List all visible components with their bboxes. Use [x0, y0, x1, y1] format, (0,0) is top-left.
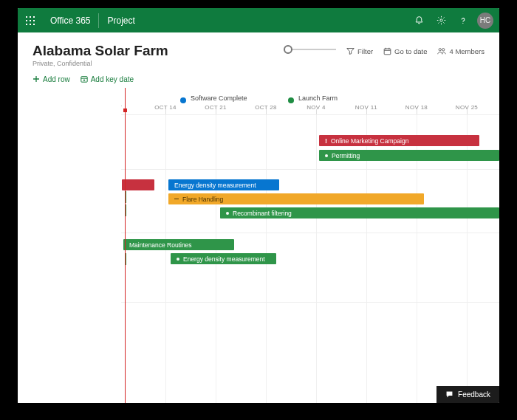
plus-icon [32, 75, 40, 83]
project-subtitle: Private, Confidential [32, 60, 168, 67]
help-icon[interactable] [452, 8, 474, 32]
task-label: Maintenance Routines [129, 241, 192, 249]
svg-rect-7 [30, 24, 31, 25]
timeline-tick: NOV 25 [456, 104, 478, 111]
task-bar[interactable]: !Online Marketing Campaign [319, 135, 479, 146]
app-window: Office 365 Project HC Alabama Solar Farm… [18, 8, 499, 403]
title-row: Alabama Solar Farm Private, Confidential… [18, 32, 499, 70]
members-button[interactable]: 4 Members [437, 47, 485, 55]
task-label: Energy density measurement [183, 255, 265, 263]
svg-rect-11 [384, 49, 391, 55]
svg-point-9 [439, 19, 442, 21]
action-row: Add row Add key date [18, 70, 499, 88]
user-avatar[interactable]: HC [477, 13, 493, 29]
feedback-button[interactable]: Feedback [436, 386, 499, 403]
timeline-tick: NOV 11 [355, 104, 377, 111]
timeline-tick: NOV 4 [307, 104, 326, 111]
app-name: Project [99, 16, 143, 26]
key-date-icon [81, 75, 88, 83]
task-bar[interactable]: Recombinant filtering [220, 207, 499, 218]
timeline-tick: OCT 28 [255, 104, 277, 111]
svg-rect-6 [26, 24, 27, 25]
goto-date-button[interactable]: Go to date [383, 47, 427, 55]
svg-rect-4 [30, 20, 31, 21]
svg-point-13 [442, 49, 445, 51]
svg-point-10 [462, 22, 463, 23]
add-row-button[interactable]: Add row [32, 75, 70, 83]
task-label: Flare Handling [182, 196, 223, 203]
zoom-slider[interactable] [288, 49, 336, 50]
notifications-icon[interactable] [408, 8, 430, 32]
svg-point-12 [439, 49, 442, 51]
timeline-tick: OCT 14 [154, 104, 177, 111]
timeline-tick: NOV 18 [405, 104, 428, 111]
task-bar[interactable]: Flare Handling [168, 193, 424, 204]
today-indicator [125, 88, 126, 403]
svg-rect-5 [33, 20, 35, 21]
svg-rect-2 [33, 16, 35, 18]
chat-icon [445, 390, 453, 399]
task-bar[interactable]: Permitting [319, 150, 499, 161]
people-icon [437, 47, 446, 55]
task-label: Online Marketing Campaign [331, 137, 408, 145]
svg-rect-14 [81, 77, 87, 83]
svg-rect-3 [26, 20, 27, 21]
task-bar[interactable]: Energy density measurement [168, 179, 279, 190]
filter-button[interactable]: Filter [346, 47, 373, 55]
svg-rect-0 [26, 16, 27, 18]
svg-rect-1 [30, 16, 31, 18]
project-title: Alabama Solar Farm [32, 43, 168, 59]
task-label: Recombinant filtering [233, 210, 292, 217]
add-key-date-button[interactable]: Add key date [81, 75, 134, 83]
suite-brand[interactable]: Office 365 [42, 13, 99, 28]
settings-icon[interactable] [430, 8, 452, 32]
svg-rect-8 [33, 24, 35, 25]
task-label: Energy density measurement [174, 182, 256, 189]
left-pane [18, 88, 121, 403]
calendar-icon [383, 47, 391, 55]
task-bar[interactable]: Energy density measurement [171, 253, 276, 264]
filter-icon [346, 47, 355, 55]
task-bar[interactable]: Maintenance Routines [123, 239, 234, 250]
task-bar[interactable] [122, 179, 154, 190]
header-bar: Office 365 Project HC [18, 8, 499, 32]
app-launcher-icon[interactable] [18, 8, 42, 32]
timeline-area[interactable]: T 7OCT 14OCT 21OCT 28NOV 4NOV 11NOV 18NO… [18, 88, 499, 403]
timeline-tick: OCT 21 [205, 104, 227, 111]
task-label: Permitting [332, 152, 360, 159]
